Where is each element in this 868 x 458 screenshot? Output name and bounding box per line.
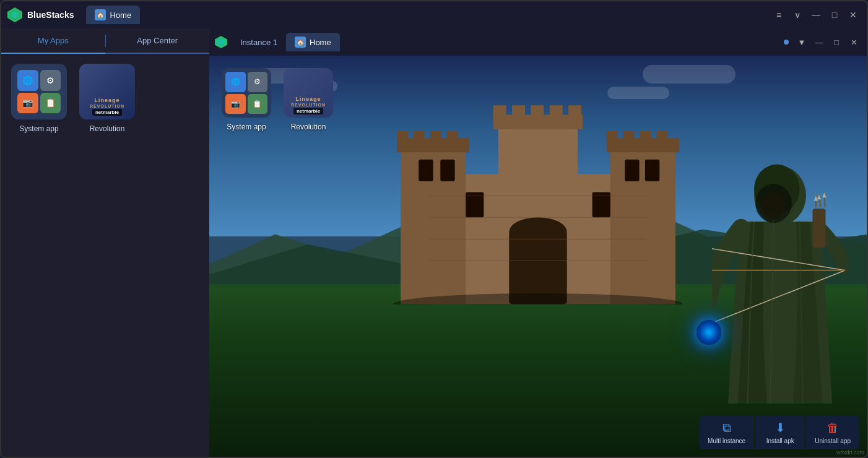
netmarble-badge: netmarble: [92, 109, 122, 116]
game-camera-icon: 📷: [225, 94, 246, 114]
bluestacks-logo-icon: [6, 6, 24, 24]
camera-mini-icon: 📷: [17, 93, 38, 114]
magic-orb: [697, 320, 721, 345]
svg-rect-18: [607, 131, 618, 145]
inner-minimize-button[interactable]: —: [812, 35, 826, 49]
cloud-3: [643, 65, 736, 84]
sidebar-app-system[interactable]: 🌐 ⚙ 📷 📋 System app: [11, 64, 67, 133]
outer-content-area: My Apps App Center 🌐 ⚙ 📷 📋: [1, 28, 867, 457]
multi-instance-label: Multi instance: [708, 438, 745, 444]
svg-marker-49: [814, 196, 818, 201]
system-app-icon-container: 🌐 ⚙ 📷 📋: [11, 64, 67, 119]
svg-rect-19: [623, 131, 635, 145]
instance-logo-icon: [214, 35, 228, 49]
install-apk-icon: ⬇: [775, 420, 786, 435]
game-gear-icon: ⚙: [248, 72, 268, 92]
outer-titlebar: BlueStacks 🏠 Home ≡ ∨ — □ ✕: [1, 1, 867, 28]
svg-rect-15: [447, 131, 458, 145]
sidebar: My Apps App Center 🌐 ⚙ 📷 📋: [1, 28, 209, 457]
globe-mini-icon: 🌐: [17, 70, 38, 91]
sidebar-app-row: 🌐 ⚙ 📷 📋 System app: [11, 64, 199, 133]
svg-rect-20: [640, 131, 651, 145]
instance-tab-label: Instance 1: [240, 38, 277, 47]
svg-rect-21: [657, 131, 668, 145]
install-apk-button[interactable]: ⬇ Install apk: [755, 415, 805, 449]
system-app-icon-grid: 🌐 ⚙ 📷 📋: [17, 70, 61, 113]
svg-rect-45: [813, 209, 826, 248]
game-revolution-label: Revolution: [291, 123, 326, 131]
sidebar-app-revolution[interactable]: Lineage REVOLUTION netmarble Revolution: [79, 64, 135, 133]
svg-marker-50: [817, 194, 821, 199]
inner-close-button[interactable]: ✕: [847, 35, 861, 49]
svg-marker-51: [822, 192, 826, 197]
svg-rect-14: [430, 131, 441, 145]
svg-rect-25: [512, 106, 525, 120]
svg-rect-26: [531, 106, 544, 120]
outer-minimize-button[interactable]: —: [809, 7, 823, 22]
svg-rect-22: [498, 124, 578, 181]
revolution-app-label: Revolution: [90, 124, 125, 133]
sidebar-tabs: My Apps App Center: [1, 28, 209, 54]
outer-menu-button[interactable]: ≡: [771, 7, 786, 22]
game-app-icons: 🌐 ⚙ 📷 📋 System app Lineage REVOLUTIO: [222, 68, 333, 131]
instance-tab-instance1[interactable]: Instance 1: [232, 34, 286, 51]
inner-maximize-button[interactable]: □: [830, 35, 843, 49]
svg-rect-24: [493, 106, 506, 120]
outer-bluestacks-window: BlueStacks 🏠 Home ≡ ∨ — □ ✕ My Apps App …: [0, 0, 868, 458]
svg-rect-28: [568, 106, 581, 120]
status-indicator: [784, 40, 789, 45]
outer-maximize-button[interactable]: □: [827, 7, 842, 22]
game-revolution-app[interactable]: Lineage REVOLUTION netmarble Revolution: [284, 68, 333, 131]
svg-point-53: [762, 192, 786, 218]
bluestacks-title: BlueStacks: [27, 10, 74, 20]
game-system-app-label: System app: [227, 123, 266, 131]
svg-rect-10: [401, 145, 466, 305]
svg-rect-30: [440, 160, 454, 181]
system-app-label: System app: [19, 124, 58, 133]
outer-close-button[interactable]: ✕: [846, 7, 861, 22]
instance-tab-home[interactable]: 🏠 Home: [286, 33, 340, 51]
game-netmarble-badge: netmarble: [293, 108, 323, 114]
game-system-app[interactable]: 🌐 ⚙ 📷 📋 System app: [222, 68, 271, 131]
archer-character-svg: [712, 157, 848, 417]
sidebar-apps-list: 🌐 ⚙ 📷 📋 System app: [1, 54, 209, 457]
inner-home-label: Home: [310, 38, 331, 47]
bottom-toolbar: ⧉ Multi instance ⬇ Install apk 🗑 Uninsta…: [699, 415, 859, 449]
game-globe-icon: 🌐: [225, 72, 246, 92]
uninstall-app-button[interactable]: 🗑 Uninstall app: [806, 415, 859, 449]
svg-rect-31: [625, 160, 639, 181]
home-tab-icon: 🏠: [95, 9, 106, 20]
multi-instance-icon: ⧉: [723, 421, 731, 435]
svg-rect-13: [414, 131, 425, 145]
inner-menu-button[interactable]: ▼: [795, 35, 809, 49]
inner-home-icon: 🏠: [295, 37, 306, 48]
files-mini-icon: 📋: [40, 93, 61, 114]
game-lineage-icon: Lineage REVOLUTION netmarble: [284, 68, 333, 118]
svg-rect-12: [397, 131, 408, 145]
install-apk-label: Install apk: [766, 438, 794, 444]
inner-instance-window: Instance 1 🏠 Home ▼ — □ ✕: [209, 28, 867, 457]
game-files-icon: 📋: [248, 94, 268, 114]
revolution-icon-container: Lineage REVOLUTION netmarble: [79, 64, 135, 119]
svg-point-9: [509, 218, 566, 247]
outer-dropdown-button[interactable]: ∨: [790, 7, 805, 22]
castle-svg: [357, 87, 719, 304]
game-system-app-icon: 🌐 ⚙ 📷 📋: [222, 68, 271, 118]
inner-titlebar: Instance 1 🏠 Home ▼ — □ ✕: [209, 28, 867, 56]
gear-mini-icon: ⚙: [40, 70, 61, 91]
svg-rect-32: [645, 160, 659, 181]
watermark-text: wsxdri.com: [836, 449, 864, 456]
game-area[interactable]: 🌐 ⚙ 📷 📋 System app Lineage REVOLUTIO: [209, 56, 867, 457]
outer-window-controls: ≡ ∨ — □ ✕: [771, 7, 861, 22]
sidebar-tab-my-apps[interactable]: My Apps: [1, 28, 105, 54]
inner-window-controls: ▼ — □ ✕: [784, 35, 861, 49]
game-lineage-text: Lineage REVOLUTION: [291, 96, 326, 108]
outer-home-tab[interactable]: 🏠 Home: [86, 6, 140, 24]
lineage-text-label: Lineage REVOLUTION: [90, 97, 124, 109]
multi-instance-button[interactable]: ⧉ Multi instance: [699, 415, 754, 449]
sidebar-tab-app-center[interactable]: App Center: [106, 28, 210, 53]
svg-rect-29: [419, 160, 433, 181]
svg-rect-16: [610, 145, 675, 305]
uninstall-app-icon: 🗑: [827, 421, 839, 435]
uninstall-app-label: Uninstall app: [815, 438, 851, 444]
